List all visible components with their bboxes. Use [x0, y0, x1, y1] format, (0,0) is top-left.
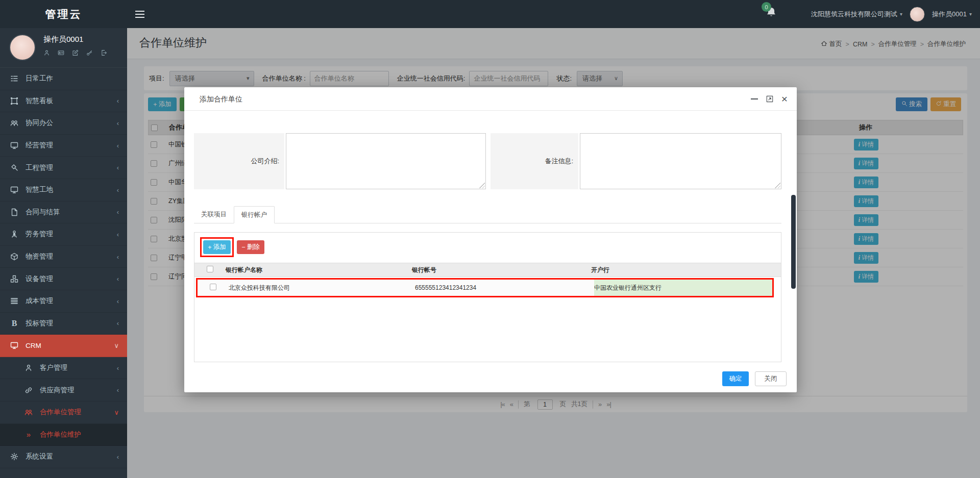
- avatar[interactable]: [9, 34, 36, 61]
- sidebar-item-智慧看板[interactable]: 智慧看板‹: [0, 90, 127, 113]
- modal-footer: 确定 关闭: [184, 365, 797, 392]
- close-button[interactable]: 关闭: [755, 371, 787, 386]
- key-icon[interactable]: [86, 49, 93, 56]
- sidebar-item-客户管理[interactable]: 客户管理‹: [0, 357, 127, 380]
- chevron-left-icon: ‹: [117, 142, 119, 149]
- app-logo: 管理云: [0, 7, 127, 21]
- darr-icon: »: [23, 431, 34, 438]
- sidebar-item-设备管理[interactable]: 设备管理‹: [0, 268, 127, 290]
- worker-icon: [9, 230, 19, 238]
- minimize-icon[interactable]: [751, 98, 758, 99]
- chevron-down-icon: ▾: [900, 11, 902, 17]
- notification-bell[interactable]: 0: [766, 7, 779, 21]
- chevron-left-icon: ‹: [117, 297, 119, 305]
- chevron-left-icon: ‹: [117, 164, 119, 171]
- bank-account-row: 北京众投科技有限公司655555123412341234中国农业银行通州区支行: [196, 278, 774, 297]
- list-icon: [9, 297, 19, 305]
- company-name: 沈阳慧筑云科技有限公司测试: [811, 10, 897, 19]
- annotation-box: +添加: [200, 237, 234, 257]
- chevron-left-icon: ‹: [117, 319, 119, 327]
- bank-delete-button[interactable]: −删除: [237, 240, 264, 254]
- monitor-icon: [9, 186, 19, 194]
- resize-grip[interactable]: [479, 182, 485, 188]
- chevron-left-icon: ‹: [117, 119, 119, 127]
- file-icon: [9, 208, 19, 216]
- sidebar-item-成本管理[interactable]: 成本管理‹: [0, 290, 127, 313]
- notification-badge: 0: [762, 2, 771, 12]
- plus-icon: +: [208, 244, 211, 251]
- bank-branch-cell: 中国农业银行通州区支行: [594, 280, 772, 296]
- user-name: 操作员0001: [932, 10, 967, 19]
- avatar[interactable]: [910, 7, 925, 22]
- modal-header: 添加合作单位 ×: [184, 87, 797, 111]
- tab-关联项目[interactable]: 关联项目: [194, 206, 234, 223]
- sidebar-item-合同与结算[interactable]: 合同与结算‹: [0, 202, 127, 224]
- sidebar-item-协同办公[interactable]: 协同办公‹: [0, 112, 127, 135]
- column-header-account-name: 银行帐户名称: [226, 266, 412, 274]
- sidebar-item-经营管理[interactable]: 经营管理‹: [0, 135, 127, 157]
- chevron-left-icon: ‹: [117, 453, 119, 461]
- bank-table-header: 银行帐户名称 银行帐号 开户行: [194, 263, 781, 277]
- chevron-left-icon: ‹: [117, 186, 119, 194]
- tasks-icon: [9, 74, 19, 83]
- confirm-button[interactable]: 确定: [722, 371, 749, 386]
- sidebar-toggle-icon[interactable]: [135, 11, 144, 18]
- sidebar-item-日常工作[interactable]: 日常工作: [0, 68, 127, 90]
- sidebar-item-供应商管理[interactable]: 供应商管理‹: [0, 379, 127, 401]
- logout-icon[interactable]: [101, 49, 107, 56]
- modal-title: 添加合作单位: [200, 95, 242, 103]
- sidebar-item-劳务管理[interactable]: 劳务管理‹: [0, 223, 127, 246]
- chevron-left-icon: ‹: [117, 97, 119, 105]
- chevron-left-icon: ‹: [117, 231, 119, 238]
- bank-add-button[interactable]: +添加: [203, 240, 231, 254]
- sidebar-item-合作单位维护[interactable]: »合作单位维护: [0, 424, 127, 446]
- chevron-left-icon: ‹: [117, 253, 119, 261]
- chevron-down-icon: ▾: [969, 11, 972, 17]
- chevron-down-icon: ∨: [114, 342, 119, 349]
- person-icon: [23, 364, 34, 372]
- sidebar-item-系统设置[interactable]: 系统设置‹: [0, 446, 127, 468]
- board-icon: [9, 97, 19, 105]
- sidebar-item-工程管理[interactable]: 工程管理‹: [0, 157, 127, 179]
- sidebar-item-智慧工地[interactable]: 智慧工地‹: [0, 179, 127, 202]
- sidebar-item-CRM[interactable]: CRM∨: [0, 335, 127, 357]
- chevron-left-icon: ‹: [117, 364, 119, 372]
- company-intro-textarea[interactable]: [286, 133, 486, 189]
- cubes-icon: [9, 275, 19, 283]
- sidebar-user-name: 操作员0001: [43, 35, 83, 44]
- remark-label: 备注信息:: [491, 133, 578, 189]
- boldb-icon: B: [9, 320, 19, 327]
- sidebar-item-合作单位管理[interactable]: 合作单位管理∨: [0, 401, 127, 424]
- company-dropdown[interactable]: 沈阳慧筑云科技有限公司测试 ▾: [811, 10, 902, 19]
- user-dropdown[interactable]: 操作员0001 ▾: [932, 10, 972, 19]
- chevron-left-icon: ‹: [117, 386, 119, 394]
- modal-scrollbar-thumb[interactable]: [791, 195, 796, 289]
- users-icon: [23, 408, 34, 416]
- company-intro-label: 公司介绍:: [194, 133, 284, 189]
- remark-textarea[interactable]: [580, 133, 781, 189]
- monitor-icon: [9, 341, 19, 349]
- modal-tabs: 关联项目银行帐户: [194, 206, 781, 223]
- minus-icon: −: [241, 244, 245, 251]
- top-header-bar: 管理云 0 沈阳慧筑云科技有限公司测试 ▾ 操作员0001 ▾: [0, 0, 980, 28]
- bell-icon: [766, 11, 777, 19]
- add-partner-modal: 添加合作单位 × 公司介绍: 备注信息: 关联项目银行帐户 +添加 −删除 银行…: [184, 87, 797, 392]
- select-all-checkbox[interactable]: [207, 266, 213, 272]
- monitor-icon: [9, 141, 19, 149]
- column-header-account-number: 银行帐号: [412, 266, 591, 274]
- row-checkbox[interactable]: [210, 284, 216, 290]
- column-header-bank: 开户行: [591, 263, 781, 276]
- chain-icon: [23, 386, 34, 394]
- users-icon: [9, 119, 19, 127]
- sidebar-item-投标管理[interactable]: B投标管理‹: [0, 313, 127, 335]
- idcard-icon[interactable]: [58, 49, 64, 56]
- resize-grip[interactable]: [774, 182, 780, 188]
- pencil-icon[interactable]: [72, 49, 79, 56]
- chevron-left-icon: ‹: [117, 208, 119, 216]
- sidebar: 操作员0001 日常工作智慧看板‹协同办公‹经营管理‹工程管理‹智慧工地‹合同与…: [0, 28, 127, 478]
- person-icon[interactable]: [43, 49, 50, 56]
- modal-body: 公司介绍: 备注信息: 关联项目银行帐户 +添加 −删除 银行帐户名称 银行帐号…: [184, 111, 797, 365]
- sidebar-item-物资管理[interactable]: 物资管理‹: [0, 246, 127, 268]
- tab-银行帐户[interactable]: 银行帐户: [234, 206, 275, 223]
- maximize-icon[interactable]: [766, 95, 773, 103]
